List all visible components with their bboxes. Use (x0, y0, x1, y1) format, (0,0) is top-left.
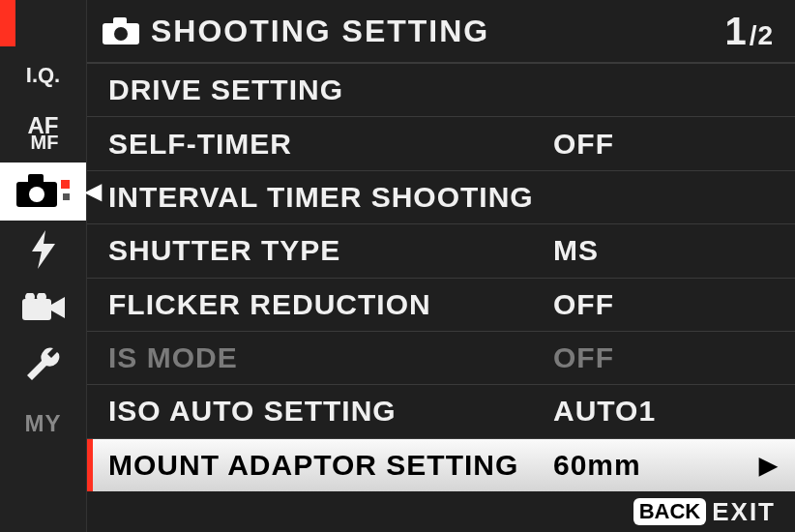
svg-rect-4 (63, 193, 70, 200)
movie-icon (22, 293, 65, 322)
sidebar-my-label: MY (25, 410, 62, 437)
page-indicator: 1/2 (724, 10, 774, 53)
svg-rect-3 (61, 180, 70, 189)
svg-rect-11 (113, 17, 127, 25)
exit-label: EXIT (712, 497, 776, 527)
menu-item-mount-adaptor[interactable]: MOUNT ADAPTOR SETTING 60mm ▶ (87, 439, 795, 491)
menu-item-iso-auto[interactable]: ISO AUTO SETTING AUTO1 (87, 385, 795, 438)
sidebar-item-my[interactable]: MY (0, 395, 86, 453)
menu-list: DRIVE SETTING SELF-TIMER OFF INTERVAL TI… (87, 64, 795, 491)
sidebar-iq-label: I.Q. (26, 63, 60, 88)
sidebar-item-iq[interactable]: I.Q. (0, 46, 86, 104)
menu-item-interval-timer[interactable]: INTERVAL TIMER SHOOTING (87, 171, 795, 224)
menu-item-drive-setting[interactable]: DRIVE SETTING (87, 64, 795, 117)
sidebar-accent (0, 0, 15, 46)
flash-icon (30, 230, 57, 269)
wrench-icon (24, 346, 63, 385)
menu-item-is-mode[interactable]: IS MODE OFF (87, 332, 795, 385)
page-title: SHOOTING SETTING (151, 14, 724, 49)
svg-point-2 (29, 187, 44, 202)
sidebar-item-afmf[interactable]: AF MF (0, 104, 86, 163)
svg-marker-7 (51, 297, 65, 318)
footer: BACK EXIT (87, 491, 795, 532)
svg-rect-1 (28, 174, 44, 184)
header: SHOOTING SETTING 1/2 (87, 0, 795, 64)
sidebar: I.Q. AF MF ◀ (0, 0, 87, 532)
camera-icon (103, 17, 139, 44)
menu-item-self-timer[interactable]: SELF-TIMER OFF (87, 117, 795, 170)
menu-item-flicker-reduction[interactable]: FLICKER REDUCTION OFF (87, 279, 795, 332)
chevron-right-icon: ▶ (759, 452, 778, 479)
sidebar-item-flash[interactable] (0, 221, 86, 279)
svg-rect-6 (22, 299, 51, 320)
svg-marker-5 (32, 230, 55, 269)
menu-item-shutter-type[interactable]: SHUTTER TYPE MS (87, 224, 795, 278)
back-button[interactable]: BACK (633, 498, 707, 525)
afmf-icon: AF MF (28, 116, 59, 150)
svg-point-12 (114, 27, 128, 41)
main-panel: SHOOTING SETTING 1/2 DRIVE SETTING SELF-… (87, 0, 795, 532)
sidebar-item-movie[interactable] (0, 279, 86, 337)
camera-icon (16, 174, 71, 209)
sidebar-item-shooting[interactable]: ◀ (0, 163, 86, 221)
sidebar-item-setup[interactable] (0, 337, 86, 395)
